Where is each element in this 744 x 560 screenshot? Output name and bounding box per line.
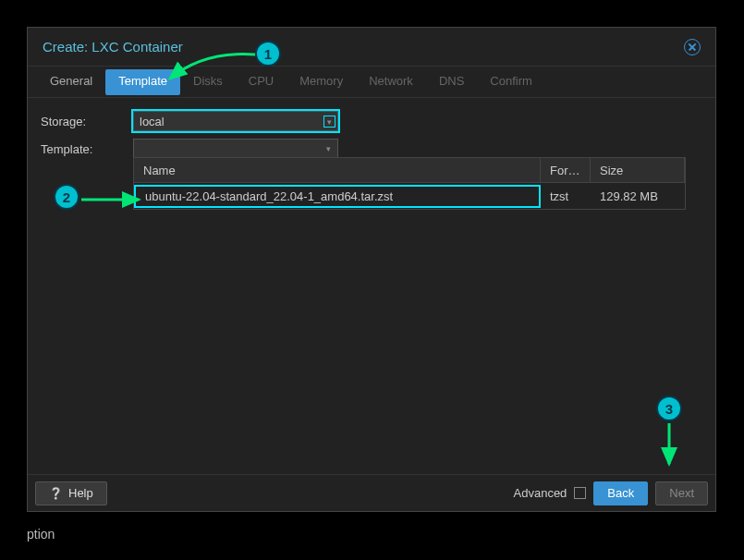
- back-button[interactable]: Back: [593, 481, 648, 505]
- tab-network[interactable]: Network: [356, 67, 426, 97]
- storage-select[interactable]: local ▾: [133, 111, 338, 131]
- chevron-down-icon[interactable]: ▾: [319, 112, 337, 130]
- annotation-arrow-1: [166, 53, 259, 92]
- tab-general[interactable]: General: [37, 67, 105, 97]
- storage-value: local: [140, 115, 165, 128]
- cell-name: ubuntu-22.04-standard_22.04-1_amd64.tar.…: [134, 185, 541, 208]
- tab-confirm[interactable]: Confirm: [477, 67, 545, 97]
- dialog-title: Create: LXC Container: [43, 39, 183, 55]
- cell-format: tzst: [541, 189, 591, 203]
- annotation-badge-1: 1: [255, 41, 281, 67]
- back-label: Back: [607, 486, 634, 500]
- annotation-arrow-2: [81, 192, 148, 210]
- dialog-footer: ❔ Help Advanced Back Next: [28, 474, 715, 511]
- advanced-label: Advanced: [514, 486, 567, 500]
- template-label: Template:: [41, 142, 124, 156]
- wizard-tabs: General Template Disks CPU Memory Networ…: [28, 67, 715, 98]
- next-button[interactable]: Next: [655, 481, 708, 505]
- dialog-titlebar: Create: LXC Container: [28, 28, 715, 67]
- table-row[interactable]: ubuntu-22.04-standard_22.04-1_amd64.tar.…: [134, 183, 685, 209]
- grid-header: Name For… Size: [134, 158, 685, 183]
- create-lxc-dialog: Create: LXC Container General Template D…: [27, 27, 716, 512]
- stray-text: ption: [27, 527, 55, 542]
- col-header-name[interactable]: Name: [134, 158, 541, 182]
- annotation-badge-3: 3: [656, 396, 682, 421]
- col-header-size[interactable]: Size: [591, 158, 685, 182]
- help-label: Help: [68, 486, 93, 500]
- form-area: Storage: local ▾ Template: ▾ Name For… S…: [28, 98, 715, 474]
- advanced-checkbox[interactable]: [574, 487, 586, 499]
- next-label: Next: [669, 486, 694, 500]
- template-select[interactable]: ▾: [133, 139, 338, 159]
- storage-row: Storage: local ▾: [41, 107, 702, 135]
- storage-label: Storage:: [41, 115, 124, 128]
- cell-size: 129.82 MB: [591, 189, 685, 203]
- chevron-down-icon[interactable]: ▾: [319, 140, 337, 158]
- help-icon: ❔: [49, 487, 63, 500]
- col-header-format[interactable]: For…: [541, 158, 591, 182]
- tab-dns[interactable]: DNS: [426, 67, 477, 97]
- template-dropdown-panel: Name For… Size ubuntu-22.04-standard_22.…: [133, 157, 686, 210]
- help-button[interactable]: ❔ Help: [35, 481, 107, 505]
- close-icon[interactable]: [684, 39, 701, 55]
- annotation-badge-2: 2: [54, 184, 79, 210]
- tab-memory[interactable]: Memory: [287, 67, 356, 97]
- annotation-arrow-3: [662, 423, 680, 476]
